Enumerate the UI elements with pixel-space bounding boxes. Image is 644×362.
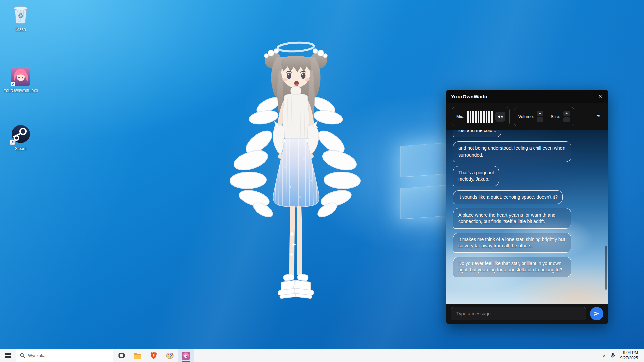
search-icon (20, 353, 25, 358)
taskbar-icon-brave[interactable] (146, 349, 162, 362)
clock-date: 9/27/2025 (620, 356, 638, 361)
chat-title-bar[interactable]: YourOwnWaifu — ✕ (446, 90, 608, 103)
message-bubble: It sounds like a quiet, echoing space, d… (453, 190, 563, 204)
speaker-icon (497, 114, 503, 120)
size-plus-button[interactable]: + (563, 111, 570, 116)
windows-logo-pane (400, 143, 447, 177)
volume-minus-button[interactable]: - (537, 117, 543, 122)
message-bubble: lost and the cold... (453, 130, 501, 137)
message-text: A place where the heart yearns for warmt… (458, 212, 555, 224)
chat-window: YourOwnWaifu — ✕ Mic: Volume: (446, 90, 608, 324)
message-text: That's a poignant melody, Jakub. (458, 170, 494, 182)
taskbar-search-input[interactable] (28, 353, 110, 358)
yourownwaifu-taskbar-icon (182, 352, 190, 360)
paint-icon (166, 352, 174, 359)
taskbar-search[interactable] (16, 349, 113, 362)
mic-bar (470, 111, 471, 123)
size-minus-button[interactable]: - (563, 117, 570, 122)
message-text: It makes me think of a lone star, shinin… (458, 237, 565, 248)
minimize-button[interactable]: — (582, 91, 593, 101)
volume-stepper: + - (537, 111, 543, 122)
mic-level-meter (467, 111, 493, 123)
message-bubble: A place where the heart yearns for warmt… (453, 208, 571, 229)
taskbar-clock[interactable]: 9:04 PM 9/27/2025 (618, 350, 641, 361)
system-tray: ∧ 9:04 PM 9/27/2025 (600, 349, 644, 362)
message-bubble: and not being understood, feeling a chil… (453, 141, 571, 162)
folder-icon (133, 352, 142, 359)
shortcut-arrow-icon (11, 82, 15, 86)
clock-time: 9:04 PM (620, 350, 638, 356)
controls-bar: Mic: Volume: + - Size: (446, 103, 608, 130)
steam-icon (11, 124, 31, 144)
close-button[interactable]: ✕ (595, 91, 606, 101)
desktop-icon-steam[interactable]: Steam (3, 124, 39, 151)
windows-logo-pane (400, 185, 447, 219)
send-button[interactable] (590, 307, 603, 320)
desktop-icon-label: Stash (3, 27, 39, 32)
size-label: Size: (551, 114, 560, 119)
speaker-button[interactable] (495, 112, 505, 122)
desktop-icon-label: Steam (3, 146, 39, 151)
shortcut-arrow-icon (10, 140, 15, 145)
mic-controls-group: Mic: (452, 107, 510, 126)
help-button[interactable]: ? (594, 114, 603, 119)
mic-bar (488, 111, 490, 123)
volume-label: Volume: (518, 114, 534, 119)
volume-plus-button[interactable]: + (537, 111, 543, 116)
message-text: It sounds like a quiet, echoing space, d… (458, 194, 558, 200)
mic-label: Mic: (456, 114, 464, 119)
chat-area[interactable]: lost and the cold... and not being under… (446, 130, 608, 304)
taskbar: ∧ 9:04 PM 9/27/2025 (0, 349, 644, 362)
message-bubble: Do you ever feel like that star, brillia… (453, 257, 571, 277)
taskbar-icon-paint[interactable] (162, 349, 178, 362)
size-stepper: + - (563, 111, 570, 122)
mic-bar (491, 111, 493, 123)
windows-logo-icon (5, 353, 11, 358)
window-title: YourOwnWaifu (451, 94, 487, 99)
yourownwaifu-app-icon (11, 67, 30, 86)
message-bubble: It makes me think of a lone star, shinin… (453, 233, 571, 253)
task-view-button[interactable] (113, 349, 129, 362)
message-bubble: That's a poignant melody, Jakub. (453, 166, 499, 186)
message-text: and not being understood, feeling a chil… (458, 145, 565, 157)
mic-bar (483, 111, 485, 123)
mic-bar (475, 111, 477, 123)
send-icon (594, 311, 600, 317)
mic-bar (480, 111, 482, 123)
start-button[interactable] (0, 349, 16, 362)
desktop-icon-yourownwaifu[interactable]: YourOwnWaifu.exe (3, 67, 39, 93)
desktop-wallpaper: ♻ Stash (0, 0, 644, 362)
volume-size-group: Volume: + - Size: + - (514, 107, 574, 126)
message-input-bar (446, 304, 608, 324)
mic-bar (486, 111, 487, 123)
waifu-character[interactable] (228, 40, 362, 321)
chat-scrollbar[interactable] (605, 246, 607, 290)
taskbar-icon-yourownwaifu[interactable] (178, 349, 194, 362)
message-text: lost and the cold... (458, 130, 496, 133)
svg-text:♻: ♻ (18, 12, 24, 19)
recycle-bin-icon: ♻ (11, 4, 30, 25)
chat-messages: lost and the cold... and not being under… (446, 130, 608, 304)
desktop-icon-label: YourOwnWaifu.exe (3, 88, 39, 93)
mic-bar (467, 111, 469, 123)
mic-bar (478, 111, 479, 123)
message-input[interactable] (451, 307, 586, 320)
desktop-icon-stash[interactable]: ♻ Stash (3, 4, 39, 32)
task-view-icon (118, 352, 125, 359)
brave-icon (150, 352, 157, 359)
microphone-icon (611, 353, 615, 358)
message-text: Do you ever feel like that star, brillia… (458, 261, 562, 273)
taskbar-icon-explorer[interactable] (129, 349, 146, 362)
tray-mic-button[interactable] (609, 349, 618, 362)
tray-chevron-button[interactable]: ∧ (600, 349, 609, 362)
mic-bar (472, 111, 474, 123)
